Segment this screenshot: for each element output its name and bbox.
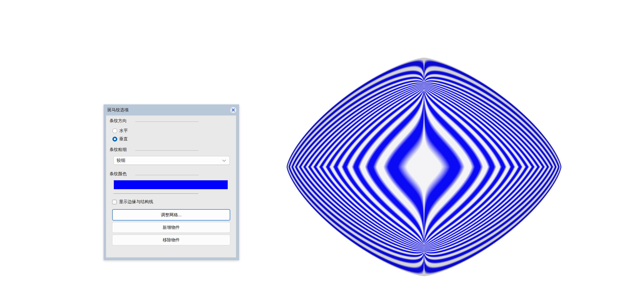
show-edges-label: 显示边缘与结构线 (119, 199, 153, 205)
separator-line (114, 193, 198, 194)
close-icon (232, 108, 235, 112)
group-divider (135, 122, 199, 122)
stripe-color-swatch[interactable] (114, 180, 228, 189)
group-divider (135, 175, 199, 175)
stripe-thickness-value: 较细 (117, 158, 222, 163)
stripe-direction-label: 条纹方向 (110, 118, 127, 124)
zebra-3d-viewport[interactable] (286, 57, 562, 277)
stripe-color-label: 条纹颜色 (110, 171, 127, 177)
close-button[interactable] (230, 107, 236, 113)
radio-option-horizontal[interactable]: 水平 (112, 128, 128, 134)
stripe-thickness-select[interactable]: 较细 (114, 156, 230, 165)
radio-icon (112, 137, 117, 142)
adjust-mesh-button[interactable]: 调整网格... (112, 209, 230, 221)
remove-objects-button[interactable]: 移除物件 (112, 235, 230, 245)
checkbox-icon (112, 200, 117, 204)
chevron-down-icon (222, 159, 226, 162)
dialog-body: 条纹方向 水平 垂直 条纹粗细 较细 条纹颜色 (106, 115, 236, 258)
zebra-options-dialog: 斑马纹选项 条纹方向 水平 垂直 条纹粗细 较细 (104, 104, 239, 260)
dialog-title: 斑马纹选项 (107, 107, 129, 113)
radio-label-horizontal: 水平 (119, 128, 128, 134)
radio-label-vertical: 垂直 (119, 136, 128, 142)
stripe-thickness-label: 条纹粗细 (110, 146, 127, 153)
add-objects-button[interactable]: 新增物件 (112, 222, 230, 233)
radio-option-vertical[interactable]: 垂直 (112, 136, 128, 142)
dialog-titlebar[interactable]: 斑马纹选项 (104, 104, 239, 115)
show-edges-checkbox-row[interactable]: 显示边缘与结构线 (112, 199, 153, 205)
radio-icon (112, 128, 117, 133)
group-divider (135, 150, 199, 151)
